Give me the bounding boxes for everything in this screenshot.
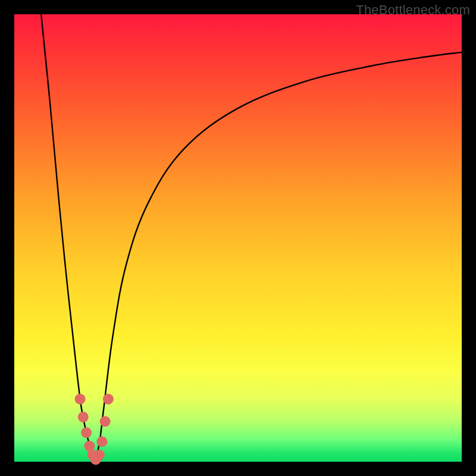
curve-marker xyxy=(78,412,89,422)
watermark-text: TheBottleneck.com xyxy=(356,2,470,18)
curve-marker xyxy=(81,427,92,438)
curve-marker xyxy=(103,394,114,405)
curve-marker xyxy=(94,450,105,461)
chart-plot-area xyxy=(14,14,462,462)
curve-right-branch xyxy=(95,52,462,462)
curve-marker xyxy=(100,416,111,427)
chart-frame: TheBottleneck.com xyxy=(0,0,476,476)
curve-marker xyxy=(96,436,107,447)
curve-left-branch xyxy=(41,14,95,462)
curve-marker xyxy=(75,394,86,405)
bottleneck-curve xyxy=(14,14,462,462)
